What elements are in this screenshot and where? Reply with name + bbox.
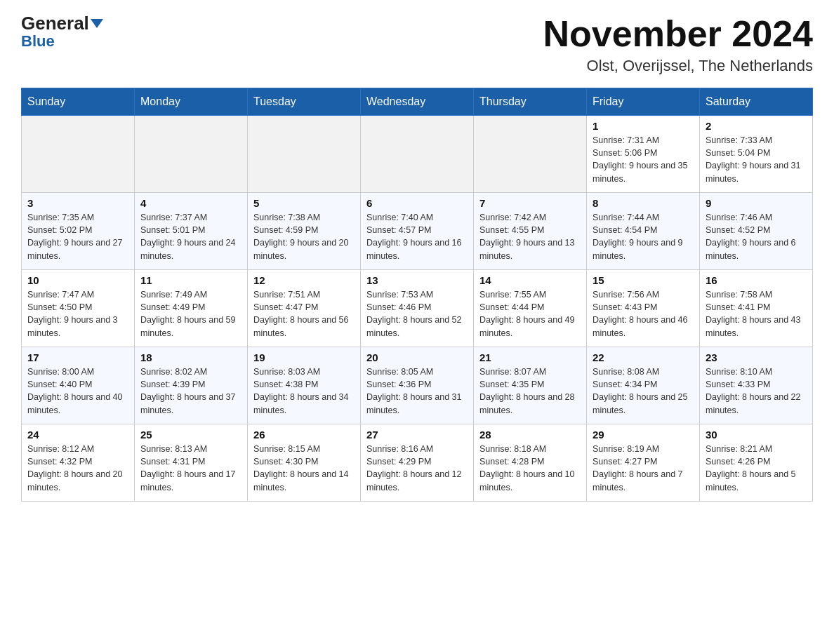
day-info: Sunrise: 8:21 AMSunset: 4:26 PMDaylight:… <box>706 443 807 494</box>
day-info: Sunrise: 7:47 AMSunset: 4:50 PMDaylight:… <box>27 288 128 340</box>
day-number: 3 <box>27 197 128 209</box>
day-info: Sunrise: 7:37 AMSunset: 5:01 PMDaylight:… <box>140 211 241 262</box>
day-number: 17 <box>27 351 128 363</box>
calendar-cell: 9Sunrise: 7:46 AMSunset: 4:52 PMDaylight… <box>700 193 813 270</box>
day-info: Sunrise: 7:53 AMSunset: 4:46 PMDaylight:… <box>366 288 468 340</box>
calendar-week-row: 10Sunrise: 7:47 AMSunset: 4:50 PMDayligh… <box>22 270 813 347</box>
calendar-cell: 30Sunrise: 8:21 AMSunset: 4:26 PMDayligh… <box>700 424 813 502</box>
calendar-cell: 14Sunrise: 7:55 AMSunset: 4:44 PMDayligh… <box>474 270 587 347</box>
calendar-week-row: 17Sunrise: 8:00 AMSunset: 4:40 PMDayligh… <box>22 347 813 424</box>
calendar-week-row: 24Sunrise: 8:12 AMSunset: 4:32 PMDayligh… <box>22 424 813 502</box>
day-info: Sunrise: 7:51 AMSunset: 4:47 PMDaylight:… <box>253 288 355 340</box>
weekday-header-friday: Friday <box>587 88 700 116</box>
day-info: Sunrise: 8:16 AMSunset: 4:29 PMDaylight:… <box>366 443 468 494</box>
calendar-cell: 24Sunrise: 8:12 AMSunset: 4:32 PMDayligh… <box>22 424 135 502</box>
day-number: 14 <box>479 274 581 286</box>
calendar-cell <box>361 116 474 193</box>
weekday-header-wednesday: Wednesday <box>361 88 474 116</box>
day-info: Sunrise: 8:07 AMSunset: 4:35 PMDaylight:… <box>479 365 581 417</box>
day-info: Sunrise: 7:35 AMSunset: 5:02 PMDaylight:… <box>27 211 128 262</box>
calendar-cell: 16Sunrise: 7:58 AMSunset: 4:41 PMDayligh… <box>700 270 813 347</box>
day-number: 8 <box>593 197 694 209</box>
page-header: General Blue November 2024 Olst, Overijs… <box>21 14 813 75</box>
day-number: 7 <box>479 197 581 209</box>
day-info: Sunrise: 8:05 AMSunset: 4:36 PMDaylight:… <box>366 365 468 417</box>
logo: General Blue <box>21 14 103 51</box>
day-number: 6 <box>366 197 468 209</box>
day-number: 1 <box>593 120 694 132</box>
title-area: November 2024 Olst, Overijssel, The Neth… <box>543 14 813 75</box>
calendar-cell: 10Sunrise: 7:47 AMSunset: 4:50 PMDayligh… <box>22 270 135 347</box>
day-number: 20 <box>366 351 468 363</box>
day-info: Sunrise: 7:40 AMSunset: 4:57 PMDaylight:… <box>366 211 468 262</box>
calendar-cell: 7Sunrise: 7:42 AMSunset: 4:55 PMDaylight… <box>474 193 587 270</box>
day-info: Sunrise: 7:49 AMSunset: 4:49 PMDaylight:… <box>140 288 241 340</box>
calendar-cell: 3Sunrise: 7:35 AMSunset: 5:02 PMDaylight… <box>22 193 135 270</box>
day-number: 13 <box>366 274 468 286</box>
day-info: Sunrise: 8:03 AMSunset: 4:38 PMDaylight:… <box>253 365 355 417</box>
calendar-cell: 4Sunrise: 7:37 AMSunset: 5:01 PMDaylight… <box>135 193 248 270</box>
calendar-cell <box>474 116 587 193</box>
calendar-cell: 17Sunrise: 8:00 AMSunset: 4:40 PMDayligh… <box>22 347 135 424</box>
calendar-cell: 2Sunrise: 7:33 AMSunset: 5:04 PMDaylight… <box>700 116 813 193</box>
day-number: 9 <box>706 197 807 209</box>
calendar-cell: 27Sunrise: 8:16 AMSunset: 4:29 PMDayligh… <box>361 424 474 502</box>
calendar-week-row: 1Sunrise: 7:31 AMSunset: 5:06 PMDaylight… <box>22 116 813 193</box>
day-info: Sunrise: 7:55 AMSunset: 4:44 PMDaylight:… <box>479 288 581 340</box>
day-number: 4 <box>140 197 241 209</box>
day-number: 26 <box>253 429 355 441</box>
day-number: 23 <box>706 351 807 363</box>
calendar-cell: 22Sunrise: 8:08 AMSunset: 4:34 PMDayligh… <box>587 347 700 424</box>
calendar-cell: 26Sunrise: 8:15 AMSunset: 4:30 PMDayligh… <box>248 424 361 502</box>
calendar-cell: 25Sunrise: 8:13 AMSunset: 4:31 PMDayligh… <box>135 424 248 502</box>
day-number: 27 <box>366 429 468 441</box>
day-number: 18 <box>140 351 241 363</box>
day-info: Sunrise: 8:13 AMSunset: 4:31 PMDaylight:… <box>140 443 241 494</box>
day-number: 28 <box>479 429 581 441</box>
day-info: Sunrise: 7:31 AMSunset: 5:06 PMDaylight:… <box>593 134 694 185</box>
day-number: 11 <box>140 274 241 286</box>
day-number: 21 <box>479 351 581 363</box>
weekday-header-monday: Monday <box>135 88 248 116</box>
calendar-cell <box>248 116 361 193</box>
calendar-cell: 11Sunrise: 7:49 AMSunset: 4:49 PMDayligh… <box>135 270 248 347</box>
calendar-cell: 29Sunrise: 8:19 AMSunset: 4:27 PMDayligh… <box>587 424 700 502</box>
weekday-header-row: SundayMondayTuesdayWednesdayThursdayFrid… <box>22 88 813 116</box>
calendar-cell: 21Sunrise: 8:07 AMSunset: 4:35 PMDayligh… <box>474 347 587 424</box>
day-info: Sunrise: 8:18 AMSunset: 4:28 PMDaylight:… <box>479 443 581 494</box>
day-info: Sunrise: 7:44 AMSunset: 4:54 PMDaylight:… <box>593 211 694 262</box>
day-number: 12 <box>253 274 355 286</box>
calendar-cell: 28Sunrise: 8:18 AMSunset: 4:28 PMDayligh… <box>474 424 587 502</box>
day-info: Sunrise: 7:58 AMSunset: 4:41 PMDaylight:… <box>706 288 807 340</box>
day-number: 30 <box>706 429 807 441</box>
day-info: Sunrise: 7:56 AMSunset: 4:43 PMDaylight:… <box>593 288 694 340</box>
calendar-cell: 6Sunrise: 7:40 AMSunset: 4:57 PMDaylight… <box>361 193 474 270</box>
calendar-cell: 12Sunrise: 7:51 AMSunset: 4:47 PMDayligh… <box>248 270 361 347</box>
day-info: Sunrise: 7:42 AMSunset: 4:55 PMDaylight:… <box>479 211 581 262</box>
calendar-cell: 15Sunrise: 7:56 AMSunset: 4:43 PMDayligh… <box>587 270 700 347</box>
month-title: November 2024 <box>543 14 813 54</box>
calendar-cell: 18Sunrise: 8:02 AMSunset: 4:39 PMDayligh… <box>135 347 248 424</box>
day-number: 16 <box>706 274 807 286</box>
day-number: 29 <box>593 429 694 441</box>
calendar-cell: 20Sunrise: 8:05 AMSunset: 4:36 PMDayligh… <box>361 347 474 424</box>
day-info: Sunrise: 8:08 AMSunset: 4:34 PMDaylight:… <box>593 365 694 417</box>
day-info: Sunrise: 7:33 AMSunset: 5:04 PMDaylight:… <box>706 134 807 185</box>
calendar-cell: 19Sunrise: 8:03 AMSunset: 4:38 PMDayligh… <box>248 347 361 424</box>
calendar-cell: 1Sunrise: 7:31 AMSunset: 5:06 PMDaylight… <box>587 116 700 193</box>
logo-general: General <box>21 14 103 32</box>
day-info: Sunrise: 7:38 AMSunset: 4:59 PMDaylight:… <box>253 211 355 262</box>
calendar-cell: 13Sunrise: 7:53 AMSunset: 4:46 PMDayligh… <box>361 270 474 347</box>
calendar-cell <box>22 116 135 193</box>
day-number: 24 <box>27 429 128 441</box>
day-info: Sunrise: 8:15 AMSunset: 4:30 PMDaylight:… <box>253 443 355 494</box>
logo-blue: Blue <box>21 32 55 51</box>
day-number: 2 <box>706 120 807 132</box>
weekday-header-saturday: Saturday <box>700 88 813 116</box>
weekday-header-sunday: Sunday <box>22 88 135 116</box>
day-number: 25 <box>140 429 241 441</box>
day-number: 5 <box>253 197 355 209</box>
day-number: 15 <box>593 274 694 286</box>
day-number: 19 <box>253 351 355 363</box>
calendar-cell <box>135 116 248 193</box>
